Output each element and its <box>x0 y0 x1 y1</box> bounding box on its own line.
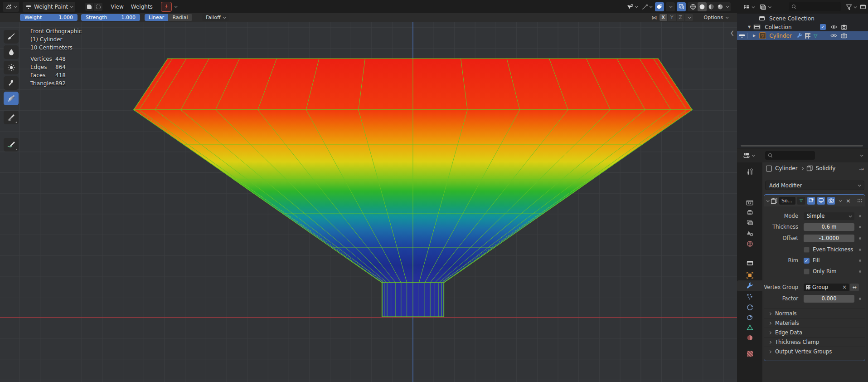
tab-view-layer[interactable] <box>737 217 762 228</box>
clear-x-icon[interactable]: × <box>842 284 847 290</box>
thickness-field[interactable]: 0.6 m <box>804 223 854 231</box>
shading-solid-button[interactable] <box>698 2 707 11</box>
hide-eye-icon[interactable] <box>830 24 837 29</box>
region-collapse-arrow[interactable]: ❮ <box>730 30 734 36</box>
disable-render-camera-icon[interactable] <box>841 24 847 30</box>
tool-sample-weight[interactable] <box>4 111 19 124</box>
modifier-panel-header[interactable]: So... ▽ × <box>764 195 865 206</box>
breadcrumb-modifier[interactable]: Solidify <box>816 165 836 171</box>
animate-dot[interactable] <box>859 270 861 273</box>
weight-slider[interactable]: Weight 1.000 <box>20 14 78 21</box>
mesh-triangle-icon[interactable]: ▽ <box>814 33 817 39</box>
tool-draw[interactable] <box>4 30 19 44</box>
section-output-vertex-groups[interactable]: Output Vertex Groups <box>764 347 865 356</box>
paint-mask-toggle[interactable] <box>85 3 93 11</box>
outliner-row-collection[interactable]: ▼ Collection ✓ <box>737 23 868 31</box>
mirror-chevron[interactable] <box>685 14 693 21</box>
mirror-x-toggle[interactable]: X <box>659 14 667 21</box>
factor-field[interactable]: 0.000 <box>804 295 854 303</box>
mode-dropdown-field[interactable]: Simple <box>804 212 854 220</box>
shading-wireframe-button[interactable] <box>689 2 698 11</box>
tab-world[interactable] <box>737 238 762 249</box>
tab-particles[interactable] <box>737 291 762 302</box>
pin-icon[interactable]: 📌︎ <box>858 165 866 173</box>
even-thickness-checkbox[interactable] <box>804 247 810 253</box>
section-edge-data[interactable]: Edge Data <box>764 328 865 337</box>
outliner-search-input[interactable] <box>789 2 841 11</box>
section-thickness-clamp[interactable]: Thickness Clamp <box>764 337 865 347</box>
overlays-chevron[interactable] <box>666 2 675 11</box>
modifier-render-toggle[interactable] <box>827 197 835 205</box>
tab-texture[interactable] <box>737 348 762 359</box>
animate-dot[interactable] <box>859 237 861 240</box>
vertex-group-field[interactable]: Group × <box>804 284 849 291</box>
show-gizmo-toggle[interactable] <box>626 2 639 11</box>
offset-field[interactable]: -1.0000 <box>804 235 854 242</box>
tool-gradient[interactable] <box>4 92 19 105</box>
tool-average[interactable] <box>4 61 19 74</box>
tool-annotate[interactable] <box>4 138 19 152</box>
vertex-group-invert-button[interactable]: ↔ <box>850 284 859 291</box>
menu-weights[interactable]: Weights <box>127 2 156 12</box>
section-normals[interactable]: Normals <box>764 309 865 318</box>
tab-render[interactable] <box>737 197 762 208</box>
shading-chevron-icon[interactable] <box>726 5 729 8</box>
hide-eye-icon[interactable] <box>830 33 837 38</box>
only-rim-checkbox[interactable] <box>804 269 810 274</box>
outliner-row-cylinder[interactable]: ▶ ▽ Cylinder ▽ <box>737 31 868 40</box>
editor-type-button[interactable] <box>3 2 19 12</box>
proportional-edit-toggle[interactable] <box>640 2 653 11</box>
section-materials[interactable]: Materials <box>764 318 865 328</box>
animate-dot[interactable] <box>859 260 861 262</box>
shading-material-button[interactable] <box>707 2 716 11</box>
collection-checkbox[interactable]: ✓ <box>820 24 826 30</box>
modifier-drag-handle[interactable] <box>857 198 863 203</box>
modifier-wrench-icon[interactable] <box>796 33 803 39</box>
strength-slider[interactable]: Strength 1.000 <box>81 14 140 21</box>
modifier-show-on-cage-toggle[interactable]: ▽ <box>797 197 805 205</box>
tab-material[interactable] <box>737 332 762 343</box>
modifier-edit-mode-toggle[interactable] <box>807 197 815 205</box>
xray-toggle[interactable] <box>677 2 686 11</box>
falloff-dropdown[interactable]: Falloff <box>202 14 229 21</box>
panel-expand-chevron-icon[interactable] <box>766 199 770 202</box>
mode-dropdown[interactable]: Weight Paint <box>23 2 75 12</box>
tool-smear[interactable] <box>4 76 19 90</box>
vertex-groups-icon[interactable] <box>805 33 810 39</box>
overlays-toggle[interactable] <box>655 2 664 11</box>
options-dropdown[interactable]: Options <box>701 15 731 20</box>
breadcrumb-object[interactable]: Cylinder <box>775 165 798 171</box>
mirror-z-toggle[interactable]: Z <box>677 14 684 21</box>
outliner-editor-type-button[interactable] <box>741 2 757 12</box>
tab-modifiers[interactable] <box>737 280 762 291</box>
viewport-canvas[interactable]: Front Orthographic (1) Cylinder 10 Centi… <box>0 22 737 382</box>
properties-editor-type-button[interactable] <box>741 151 757 161</box>
vertex-mask-toggle[interactable] <box>94 3 102 11</box>
tab-object[interactable] <box>737 269 762 280</box>
menu-view[interactable]: View <box>107 2 127 12</box>
properties-options-chevron[interactable] <box>860 153 863 157</box>
tab-output[interactable] <box>737 207 762 218</box>
modifier-extras-chevron-icon[interactable] <box>839 199 842 202</box>
gradient-linear-button[interactable]: Linear <box>145 14 168 21</box>
outliner-row-scene-collection[interactable]: Scene Collection <box>737 14 868 23</box>
animate-dot[interactable] <box>859 226 861 228</box>
animate-dot[interactable] <box>859 249 861 251</box>
outliner-filter-display-button[interactable] <box>757 2 773 12</box>
outliner-filter-button[interactable] <box>846 4 856 10</box>
modifier-close-icon[interactable]: × <box>846 197 851 204</box>
expand-triangle-icon[interactable]: ▶ <box>753 34 756 38</box>
shading-rendered-button[interactable] <box>716 2 725 11</box>
fill-checkbox[interactable]: ✓ <box>804 258 810 264</box>
tab-object-data[interactable] <box>737 322 762 333</box>
animate-dot[interactable] <box>859 215 861 217</box>
gradient-radial-button[interactable]: Radial <box>168 14 192 21</box>
modifier-name-field[interactable]: So... <box>779 197 795 205</box>
add-modifier-button[interactable]: Add Modifier <box>765 181 864 190</box>
animate-dot[interactable] <box>859 298 861 300</box>
tab-tool[interactable] <box>737 166 762 177</box>
tab-scene[interactable] <box>737 228 762 239</box>
tab-collection-properties[interactable] <box>737 258 762 269</box>
outliner-scrollbar[interactable] <box>741 145 863 147</box>
brush-chevron-icon[interactable] <box>175 5 178 8</box>
